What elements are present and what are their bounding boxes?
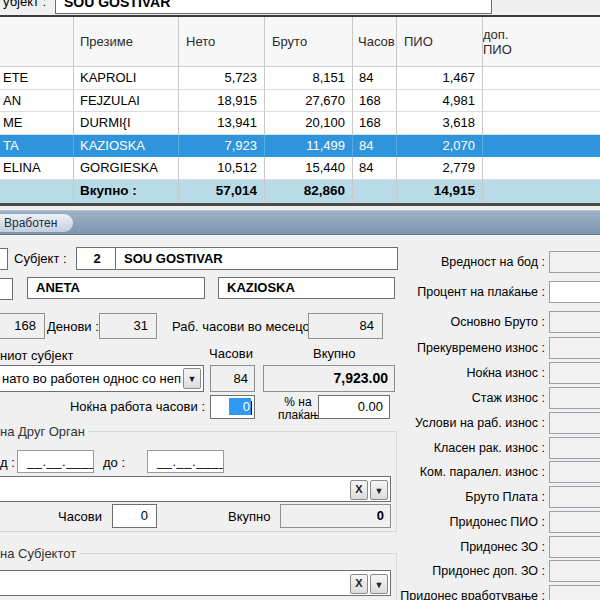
col-header-pio[interactable]: ПИО	[397, 17, 483, 67]
cell-bruto: 8,151	[265, 67, 353, 90]
col-header-dop-pio[interactable]: доп. ПИО	[483, 17, 600, 67]
cell-empty	[483, 180, 600, 203]
rp-field-pridones-dop-zo	[549, 560, 600, 582]
rp-label-prekuvremeno: Прекувремено износ :	[300, 341, 545, 355]
other-organ-hours-input[interactable]: 0	[112, 504, 157, 528]
cell-dop	[483, 157, 600, 180]
rp-field-staz	[549, 387, 600, 409]
cell-dop	[483, 67, 600, 90]
cell-surname: FEJZULAI	[74, 90, 179, 113]
date-from-label-partial: д :	[0, 455, 15, 470]
cell-pio: 2,070	[397, 135, 483, 158]
cell-hours: 84	[353, 67, 397, 90]
col-header-neto[interactable]: Нето	[179, 17, 265, 67]
night-hours-input[interactable]: 0	[210, 395, 255, 419]
rp-label-nokna: Ноќна износ :	[300, 366, 545, 380]
date-to-label: до :	[103, 455, 125, 470]
days-label: Денови :	[47, 319, 99, 334]
chevron-down-icon[interactable]: ▼	[183, 368, 201, 389]
date-to-input[interactable]: __.__.____	[147, 450, 224, 473]
rp-label-procent: Процент на плаќање :	[300, 285, 545, 299]
other-organ-hours-label: Часови	[58, 509, 102, 524]
table-row[interactable]: AN FEJZULAI 18,915 27,670 168 4,981	[0, 90, 600, 113]
col-header-hours[interactable]: Часов	[353, 17, 397, 67]
rp-label-pridones-dop-zo: Придонес доп. ЗО :	[300, 564, 545, 578]
rp-label-pridones-vrabotuvanje: Придонес вработување :	[300, 589, 545, 600]
subject-label-partial: убјект :	[3, 0, 46, 9]
totals-bruto: 82,860	[265, 180, 353, 203]
employment-section-label-partial: ниот субјект	[0, 348, 73, 363]
date-from-input[interactable]: __.__.____	[17, 450, 94, 473]
hours-168-field: 168	[0, 313, 45, 339]
rp-label-osnovno-bruto: Основно Бруто :	[300, 315, 545, 329]
cell-name: AN	[0, 90, 74, 113]
cell-surname: KAPROLI	[74, 67, 179, 90]
text-cursor	[251, 401, 252, 415]
cell-empty	[0, 180, 74, 203]
rp-label-uslovi: Услови на раб. износ :	[300, 416, 545, 430]
clipped-field-left-2[interactable]	[0, 278, 13, 300]
col-header-dop-line2: ПИО	[483, 42, 600, 57]
cell-neto: 5,723	[179, 67, 265, 90]
clipped-field-left-1[interactable]	[0, 248, 8, 270]
rp-label-staz: Стаж износ :	[300, 391, 545, 405]
cell-name: ETE	[0, 67, 74, 90]
subject-label: Субјект :	[14, 251, 67, 266]
rp-label-pridones-zo: Придонес ЗО :	[300, 540, 545, 554]
cell-bruto: 20,100	[265, 112, 353, 135]
table-row[interactable]: ETE KAPROLI 5,723 8,151 84 1,467	[0, 67, 600, 90]
cell-surname: KAZIOSKA	[74, 135, 179, 158]
employment-type-combobox[interactable]: нато во работен однос со неп ▼	[0, 365, 204, 392]
hours-column-header: Часови	[209, 346, 253, 361]
cell-pio: 3,618	[397, 112, 483, 135]
totals-label: Вкупно :	[74, 180, 179, 203]
rp-label-vrednost: Вредност на бод :	[300, 255, 545, 269]
col-header-name[interactable]	[0, 17, 74, 67]
table-row[interactable]: ME DURMI{I 13,941 20,100 168 3,618	[0, 112, 600, 135]
rp-label-klasen: Класен рак. износ :	[300, 441, 545, 455]
employment-hours-field: 84	[210, 365, 255, 392]
rp-field-vrednost	[549, 251, 600, 273]
rp-field-bruto-plata	[549, 486, 600, 508]
night-work-label: Ноќна работа часови :	[0, 399, 205, 414]
section-bar-label: Вработен	[0, 214, 73, 232]
rp-label-kom-paralel: Ком. паралел. износ :	[300, 465, 545, 479]
col-header-bruto[interactable]: Бруто	[265, 17, 353, 67]
rp-field-uslovi	[549, 412, 600, 434]
totals-pio: 14,915	[397, 180, 483, 203]
rp-field-osnovno-bruto	[549, 311, 600, 333]
grid-header-row: Презиме Нето Бруто Часов ПИО доп. ПИО	[0, 17, 600, 67]
cell-name: ME	[0, 112, 74, 135]
days-field: 31	[99, 313, 157, 339]
night-hours-value: 0	[229, 398, 251, 415]
cell-name: ELINA	[0, 157, 74, 180]
cell-hours: 168	[353, 112, 397, 135]
table-row[interactable]: ELINA GORGIESKA 10,512 15,440 84 2,779	[0, 157, 600, 180]
table-row-selected[interactable]: TA KAZIOSKA 7,923 11,499 84 2,070	[0, 135, 600, 158]
rp-field-pridones-pio	[549, 511, 600, 533]
rp-field-kom-paralel	[549, 461, 600, 483]
cell-pio: 2,779	[397, 157, 483, 180]
cell-neto: 18,915	[179, 90, 265, 113]
first-name-field[interactable]: ANETA	[27, 277, 205, 299]
col-header-surname[interactable]: Презиме	[74, 17, 179, 67]
other-organ-total-label: Вкупно	[228, 509, 270, 524]
cell-dop	[483, 90, 600, 113]
cell-hours: 84	[353, 157, 397, 180]
subject-group-title: на Субјектот	[0, 546, 76, 561]
cell-pio: 1,467	[397, 67, 483, 90]
section-bar-employee: Вработен	[0, 210, 600, 235]
cell-bruto: 11,499	[265, 135, 353, 158]
rp-field-procent[interactable]	[549, 281, 600, 303]
subject-name-field-top[interactable]: SOU GOSTIVAR	[55, 0, 492, 14]
cell-bruto: 15,440	[265, 157, 353, 180]
cell-hours: 168	[353, 90, 397, 113]
cell-neto: 13,941	[179, 112, 265, 135]
subject-code-field[interactable]: 2	[76, 247, 118, 270]
rp-field-nokna	[549, 362, 600, 384]
grid-bottom-border	[0, 203, 600, 206]
rp-label-pridones-pio: Придонес ПИО :	[300, 515, 545, 529]
rp-label-bruto-plata: Бруто Плата :	[300, 490, 545, 504]
rp-field-pridones-vrabotuvanje	[549, 585, 600, 600]
employment-combo-text: нато во работен однос со неп	[2, 371, 181, 386]
